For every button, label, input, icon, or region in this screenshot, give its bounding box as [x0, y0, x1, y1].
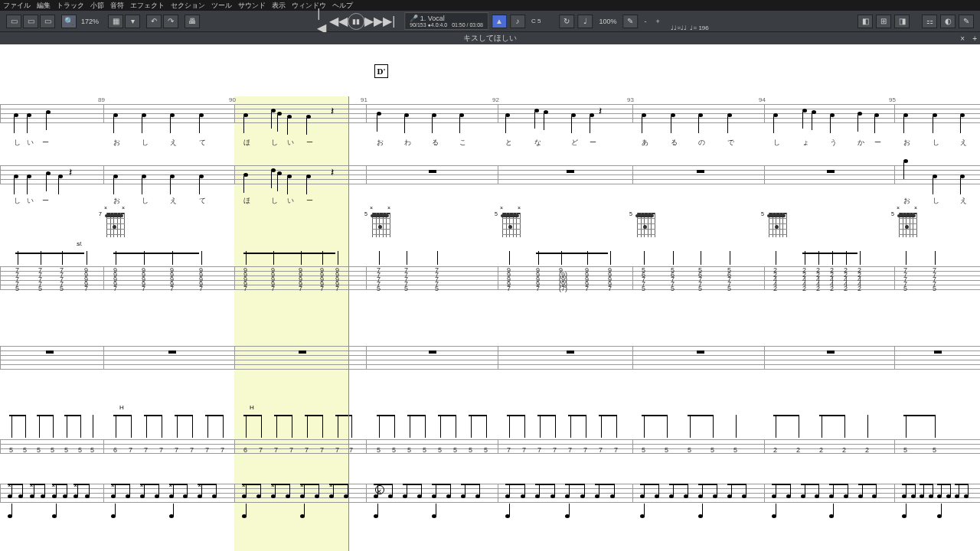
chord-diagram: 5×× — [896, 207, 920, 237]
lyric: ょ — [802, 138, 809, 148]
fret-number: 7 — [614, 446, 618, 454]
panel-btn-3[interactable]: ◨ — [894, 15, 910, 28]
lyric: お — [113, 138, 120, 148]
lyric: る — [432, 138, 439, 148]
fret-number: 5 — [933, 446, 936, 454]
redo-btn[interactable]: ↷ — [163, 15, 178, 28]
menu-sound[interactable]: サウンド — [238, 1, 266, 11]
lyric: し — [14, 196, 21, 206]
fret-number: 7 — [537, 446, 541, 454]
score-area[interactable]: D' const data = JSON.parse(document.getE… — [0, 44, 980, 551]
menu-bar[interactable]: 小節 — [90, 1, 104, 11]
lyric: て — [199, 138, 206, 148]
fret-number: 5 — [23, 446, 27, 454]
fret-number: 7 — [289, 446, 293, 454]
forward-btn[interactable]: ▶▶ — [368, 15, 380, 28]
rewind-btn[interactable]: ◀◀ — [332, 15, 345, 28]
fret-number: 5 — [727, 285, 731, 292]
menu-edit[interactable]: 編集 — [37, 1, 51, 11]
last-btn[interactable]: ▶| — [383, 15, 395, 28]
fret-number: 7 — [608, 285, 612, 292]
chord-diagram: 5×× — [369, 207, 394, 237]
metronome-icon[interactable]: ▲ — [492, 15, 507, 28]
fret-number: 7 — [349, 446, 353, 454]
menu-view[interactable]: 表示 — [272, 1, 286, 11]
document-tab-bar: キスしてほしい × + — [0, 32, 980, 44]
speed-icon[interactable]: ♩ — [577, 15, 593, 28]
panel-btn-1[interactable]: ◧ — [858, 15, 873, 28]
tab-close-icon[interactable]: × — [960, 34, 965, 43]
layout-btn-3[interactable]: ▭ — [40, 15, 55, 28]
fret-number: 5 — [64, 446, 68, 454]
fret-number: 2 — [865, 446, 869, 454]
fret-number: 6 — [113, 446, 117, 454]
panel-btn-2[interactable]: ⊞ — [876, 15, 891, 28]
menu-file[interactable]: ファイル — [3, 1, 31, 11]
fret-number: 7 — [243, 285, 247, 292]
lyric: ー — [42, 196, 49, 206]
fret-number: 2 — [842, 446, 846, 454]
layout-btn-2[interactable]: ▭ — [23, 15, 38, 28]
menu-help[interactable]: ヘルプ — [332, 1, 353, 11]
lyric: ー — [306, 138, 313, 148]
loop-btn[interactable]: ↻ — [559, 15, 574, 28]
mode-btn[interactable]: ▦ — [108, 15, 123, 28]
layout-btn-1[interactable]: ▭ — [6, 15, 21, 28]
mixer-btn[interactable]: ⚏ — [922, 15, 937, 28]
document-title[interactable]: キスしてほしい — [463, 33, 517, 44]
fret-number: 5 — [407, 446, 411, 454]
fret-number: 5 — [423, 446, 426, 454]
fret-number: 7 — [553, 446, 557, 454]
fx-btn[interactable]: ◐ — [940, 15, 956, 28]
track-info[interactable]: 🎤 1. Vocal 90/153 ●4.0:4.0 01:50 / 03:08 — [404, 12, 488, 30]
zoom-icon[interactable]: 🔍 — [61, 15, 77, 28]
fret-number: 5 — [665, 446, 668, 454]
fret-number: 7 — [144, 446, 148, 454]
menu-tool[interactable]: ツール — [211, 1, 232, 11]
edit-btn[interactable]: ✎ — [959, 15, 974, 28]
fret-number: 5 — [404, 285, 408, 292]
fret-number: 5 — [37, 446, 41, 454]
print-btn[interactable]: 🖶 — [185, 15, 200, 28]
fret-number: 6 — [243, 446, 247, 454]
fret-number: 5 — [38, 285, 42, 292]
fret-number: 5 — [9, 446, 13, 454]
fret-number: 7 — [259, 446, 263, 454]
fret-number: (7) — [559, 285, 567, 292]
fret-number: 5 — [377, 285, 381, 292]
dropdown-btn[interactable]: ▾ — [125, 15, 140, 28]
tempo-plus[interactable]: + — [652, 18, 662, 25]
fret-number: 7 — [159, 446, 163, 454]
menu-effect[interactable]: エフェクト — [130, 1, 165, 11]
tempo-edit-icon[interactable]: ✎ — [622, 15, 638, 28]
tuning-icon[interactable]: ♪ — [510, 15, 525, 28]
fret-number: 7 — [220, 446, 224, 454]
lyric: ー — [874, 138, 881, 148]
pause-btn[interactable]: ▮▮ — [348, 13, 364, 30]
menu-track[interactable]: トラック — [57, 1, 84, 11]
bar-number: 92 — [492, 96, 499, 103]
zoom-value[interactable]: 172% — [78, 18, 102, 25]
menu-section[interactable]: セクション — [171, 1, 205, 11]
lyric: る — [671, 138, 678, 148]
fret-number: 5 — [392, 446, 396, 454]
bar-number: 93 — [627, 96, 634, 103]
fret-number: 7 — [205, 446, 209, 454]
fret-number: 7 — [299, 285, 302, 292]
fret-number: 5 — [78, 446, 82, 454]
bar-number: 94 — [759, 96, 766, 103]
tab-add-icon[interactable]: + — [972, 34, 977, 43]
lyric: え — [170, 138, 177, 148]
fret-number: 7 — [274, 446, 278, 454]
menu-note[interactable]: 音符 — [110, 1, 124, 11]
fret-number: 2 — [773, 446, 777, 454]
fret-number: 7 — [335, 285, 339, 292]
menu-bar: ファイル 編集 トラック 小節 音符 エフェクト セクション ツール サウンド … — [0, 0, 980, 11]
first-btn[interactable]: |◀ — [317, 15, 329, 28]
lyric: え — [960, 138, 967, 148]
fret-number: 2 — [816, 285, 820, 292]
undo-btn[interactable]: ↶ — [146, 15, 162, 28]
fret-number: 7 — [199, 285, 203, 292]
fret-number: 7 — [129, 446, 132, 454]
lyric: し — [933, 196, 939, 206]
